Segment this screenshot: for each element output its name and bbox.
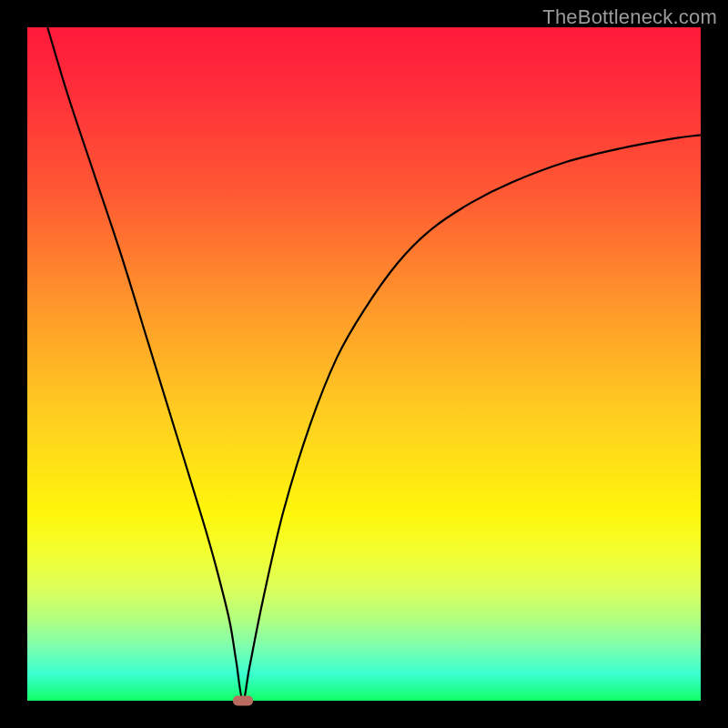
watermark-text: TheBottleneck.com	[542, 5, 717, 29]
plot-area	[27, 27, 701, 701]
bottleneck-curve	[27, 27, 701, 701]
chart-frame: TheBottleneck.com	[0, 0, 728, 728]
minimum-marker	[233, 696, 253, 706]
